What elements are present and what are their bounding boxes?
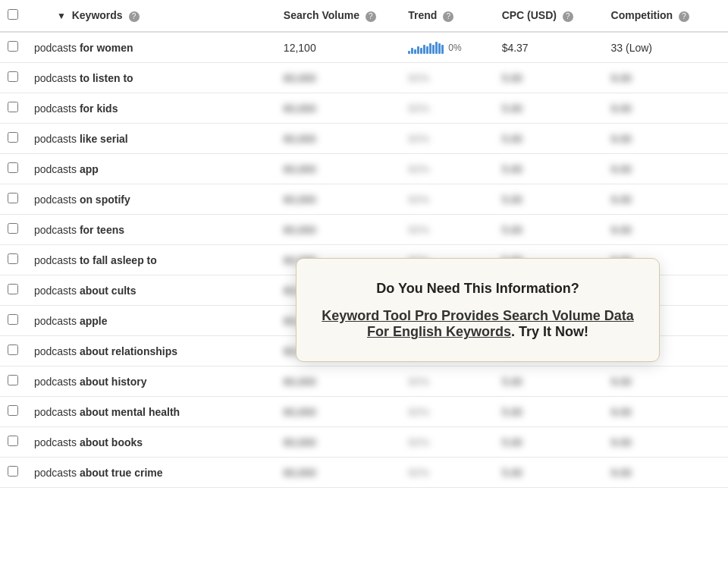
- volume-value: 60,000: [284, 163, 316, 175]
- keyword-cell: podcasts like serial: [27, 124, 276, 154]
- trend-value: 80%: [408, 224, 429, 236]
- cpc-cell: 5.00: [494, 367, 604, 397]
- competition-column-header[interactable]: Competition ?: [604, 0, 728, 32]
- volume-cell: 60,000: [276, 124, 400, 154]
- cpc-value: 5.00: [502, 406, 522, 418]
- cpc-value: 5.00: [502, 102, 522, 115]
- competition-value: 9.00: [611, 224, 632, 236]
- keyword-text: podcasts for teens: [34, 224, 124, 236]
- keyword-text: podcasts about cults: [34, 285, 136, 297]
- table-row: podcasts about books60,00080%5.009.00: [0, 427, 728, 458]
- row-checkbox-cell: [0, 32, 27, 63]
- cpc-help-icon[interactable]: ?: [563, 11, 573, 22]
- keyword-cell: podcasts on spotify: [27, 184, 276, 215]
- cpc-cell: 5.00: [494, 215, 604, 245]
- trend-bar: [423, 45, 425, 54]
- row-checkbox[interactable]: [8, 71, 18, 82]
- search-volume-column-header[interactable]: Search Volume ?: [276, 0, 400, 32]
- keyword-bold-part: about history: [80, 376, 147, 388]
- keyword-text: podcasts app: [34, 163, 99, 175]
- table-row: podcasts about mental health60,00080%5.0…: [0, 397, 728, 427]
- search-volume-help-icon[interactable]: ?: [366, 11, 376, 22]
- row-checkbox[interactable]: [8, 466, 18, 477]
- keyword-cell: podcasts to fall asleep to: [27, 245, 276, 275]
- row-checkbox[interactable]: [8, 314, 18, 325]
- volume-value: 60,000: [284, 406, 316, 418]
- competition-value: 9.00: [611, 406, 632, 418]
- row-checkbox[interactable]: [8, 193, 18, 203]
- row-checkbox[interactable]: [8, 344, 18, 355]
- trend-cell: 80%: [400, 367, 494, 397]
- row-checkbox[interactable]: [8, 284, 18, 294]
- trend-value: 80%: [408, 436, 429, 448]
- row-checkbox-cell: [0, 427, 27, 458]
- cpc-value: 5.00: [502, 467, 522, 479]
- volume-cell: 60,000: [276, 427, 400, 458]
- competition-cell: 9.00: [604, 367, 728, 397]
- volume-cell: 60,000: [276, 63, 400, 93]
- row-checkbox[interactable]: [8, 102, 18, 112]
- keyword-cell: podcasts app: [27, 154, 276, 184]
- keyword-text: podcasts for kids: [34, 102, 118, 115]
- competition-value: 9.00: [611, 436, 632, 448]
- volume-value: 60,000: [284, 376, 316, 388]
- keyword-bold-part: to fall asleep to: [80, 254, 157, 266]
- competition-value: 9.00: [611, 467, 632, 479]
- table-row: podcasts to listen to60,00080%5.009.00: [0, 63, 728, 93]
- row-checkbox[interactable]: [8, 253, 18, 264]
- cpc-value: 5.00: [502, 436, 522, 448]
- volume-cell: 60,000: [276, 154, 400, 184]
- volume-value: 60,000: [284, 193, 316, 206]
- volume-value: 60,000: [284, 224, 316, 236]
- trend-percent: 0%: [448, 42, 461, 53]
- cpc-cell: 5.00: [494, 154, 604, 184]
- keyword-cell: podcasts to listen to: [27, 63, 276, 93]
- row-checkbox-cell: [0, 184, 27, 215]
- trend-help-icon[interactable]: ?: [443, 11, 453, 22]
- trend-cell: 80%: [400, 397, 494, 427]
- keyword-text: podcasts about books: [34, 436, 143, 448]
- row-checkbox-cell: [0, 63, 27, 93]
- trend-value: 80%: [408, 376, 429, 388]
- cpc-cell: 5.00: [494, 427, 604, 458]
- cpc-value: 5.00: [502, 133, 522, 145]
- row-checkbox[interactable]: [8, 375, 18, 385]
- competition-help-icon[interactable]: ?: [679, 11, 689, 22]
- row-checkbox[interactable]: [8, 405, 18, 416]
- keyword-cell: podcasts about true crime: [27, 458, 276, 488]
- table-row: podcasts like serial60,00080%5.009.00: [0, 124, 728, 154]
- cpc-value: 5.00: [502, 163, 522, 175]
- search-volume-header-label: Search Volume: [284, 9, 359, 21]
- table-row: podcasts on spotify60,00080%5.009.00: [0, 184, 728, 215]
- select-all-checkbox-header[interactable]: [0, 0, 27, 32]
- trend-bar: [426, 46, 428, 54]
- cpc-cell: 5.00: [494, 397, 604, 427]
- trend-bar: [414, 49, 416, 54]
- row-checkbox[interactable]: [8, 436, 18, 446]
- upsell-popup: Do You Need This Information? Keyword To…: [296, 258, 660, 362]
- competition-cell: 9.00: [604, 427, 728, 458]
- row-checkbox[interactable]: [8, 162, 18, 173]
- volume-value: 60,000: [284, 467, 316, 479]
- row-checkbox[interactable]: [8, 132, 18, 143]
- keywords-help-icon[interactable]: ?: [129, 11, 140, 22]
- cpc-cell: 5.00: [494, 93, 604, 124]
- select-all-checkbox[interactable]: [8, 9, 18, 20]
- cpc-value: $4.37: [502, 42, 529, 54]
- row-checkbox-cell: [0, 397, 27, 427]
- volume-value: 60,000: [284, 133, 316, 145]
- trend-bar: [420, 48, 422, 54]
- keywords-column-header[interactable]: ▼ Keywords ?: [27, 0, 276, 32]
- volume-cell: 60,000: [276, 367, 400, 397]
- trend-value: 80%: [408, 467, 429, 479]
- competition-cell: 9.00: [604, 458, 728, 488]
- row-checkbox[interactable]: [8, 41, 18, 52]
- trend-bar: [438, 43, 441, 54]
- competition-value: 9.00: [611, 193, 632, 206]
- cpc-column-header[interactable]: CPC (USD) ?: [494, 0, 604, 32]
- trend-bar: [435, 42, 438, 54]
- trend-column-header[interactable]: Trend ?: [400, 0, 494, 32]
- keyword-text: podcasts about mental health: [34, 406, 180, 418]
- row-checkbox-cell: [0, 275, 27, 306]
- row-checkbox[interactable]: [8, 223, 18, 234]
